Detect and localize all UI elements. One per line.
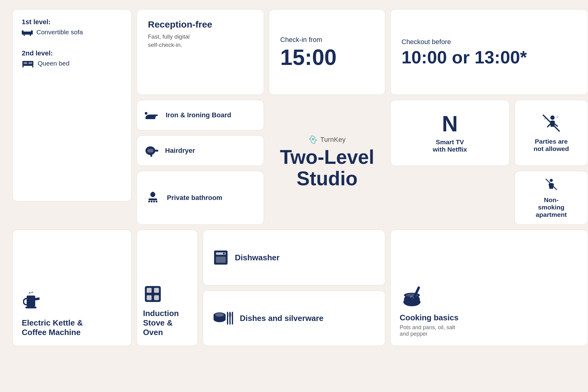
turnkey-icon [309,135,317,144]
parties-card: ♪ ♫ Parties arenot allowed [514,100,588,166]
sofa-icon [22,28,33,36]
level1-label: 1st level: [22,18,122,26]
svg-point-20 [151,201,153,202]
netflix-icon: N [442,113,458,135]
svg-rect-36 [154,295,159,300]
svg-rect-5 [30,35,31,36]
dishwasher-card: Dishwasher [203,230,385,285]
level2-item: Queen bed [38,60,70,67]
svg-rect-3 [24,33,31,35]
cooking-card: Cooking basics Pots and pans, oil, salta… [390,230,588,346]
svg-rect-9 [32,66,33,67]
kettle-icon [22,292,41,313]
level2-label: 2nd level: [22,49,122,57]
svg-rect-31 [25,307,36,308]
iron-icon [144,110,160,121]
cooking-label: Cooking basics [400,313,579,322]
svg-rect-4 [24,35,25,36]
checkout-card: Checkout before 10:00 or 13:00* [390,9,588,95]
svg-text:♫: ♫ [556,115,559,118]
svg-rect-34 [154,288,159,293]
iron-label: Iron & Ironing Board [166,111,231,119]
svg-rect-10 [24,62,27,64]
svg-point-53 [410,296,411,298]
dishes-card: Dishes and silverware [203,290,385,346]
checkout-time: 10:00 or 13:00* [401,48,527,66]
svg-rect-2 [31,30,33,35]
checkout-label: Checkout before [401,38,451,46]
center-brand-area: TurnKey Two-LevelStudio [269,100,385,225]
svg-point-44 [215,313,224,317]
dishes-icon [212,311,234,326]
kettle-card: Electric Kettle &Coffee Machine [12,230,132,346]
no-smoking-icon [541,177,561,191]
brand-label: TurnKey [320,136,345,144]
stove-card: InductionStove &Oven [137,230,198,346]
svg-point-47 [228,312,232,317]
kettle-label: Electric Kettle &Coffee Machine [22,318,122,337]
svg-point-54 [413,297,414,298]
svg-point-19 [148,201,150,202]
hairdryer-label: Hairdryer [165,147,195,155]
svg-marker-23 [312,138,314,141]
hairdryer-card: Hairdryer [137,135,264,166]
iron-card: Iron & Ironing Board [137,100,264,130]
checkin-label: Check-in from [280,36,322,44]
bathroom-icon [144,189,161,206]
sleeping-card: 1st level: Convertible sofa 2nd level: [12,9,132,202]
parties-label: Parties arenot allowed [533,138,569,153]
bed-icon [22,59,34,68]
svg-point-40 [223,253,225,254]
checkin-time: 15:00 [280,46,337,68]
svg-rect-1 [22,30,24,35]
reception-card: Reception-free Fast, fully digitalself-c… [137,9,264,95]
nosmoking-card: Non-smokingapartment [514,171,588,225]
svg-point-55 [412,296,413,297]
no-parties-icon: ♪ ♫ [541,113,561,133]
brand-logo: TurnKey [309,135,345,144]
svg-point-22 [156,201,157,202]
stove-label: InductionStove &Oven [143,309,191,337]
svg-rect-8 [22,66,24,67]
svg-rect-15 [147,149,153,153]
svg-rect-11 [28,62,32,64]
svg-rect-39 [216,257,226,263]
svg-rect-12 [145,112,147,115]
svg-point-28 [550,179,553,182]
cooking-sublabel: Pots and pans, oil, saltand pepper [400,324,579,337]
dishes-label: Dishes and silverware [240,314,323,323]
bathroom-card: Private bathroom [137,171,264,225]
main-title: Two-LevelStudio [280,146,374,190]
tv-label: Smart TVwith Netflix [433,138,467,153]
bathroom-label: Private bathroom [167,194,222,202]
svg-rect-17 [150,154,152,157]
svg-rect-35 [147,295,152,300]
level1-item: Convertible sofa [36,28,83,36]
svg-point-21 [153,201,155,202]
svg-point-24 [550,115,555,120]
nosmoking-label: Non-smokingapartment [536,196,567,218]
checkin-card: Check-in from 15:00 [269,9,385,95]
hairdryer-icon [144,145,160,157]
dishwasher-label: Dishwasher [235,253,280,262]
svg-rect-16 [154,150,158,152]
dishwasher-column: Dishwasher Dishes and silverware [203,230,385,346]
reception-subtitle: Fast, fully digitalself-check-in. [148,33,253,49]
reception-title: Reception-free [148,19,253,30]
svg-rect-30 [27,296,35,307]
svg-rect-18 [149,198,157,200]
svg-rect-13 [145,118,155,119]
cooking-icon [400,284,424,308]
dishwasher-icon [212,250,229,265]
svg-rect-33 [147,288,152,293]
stove-icon [143,284,163,304]
tv-card: N Smart TVwith Netflix [390,100,510,166]
